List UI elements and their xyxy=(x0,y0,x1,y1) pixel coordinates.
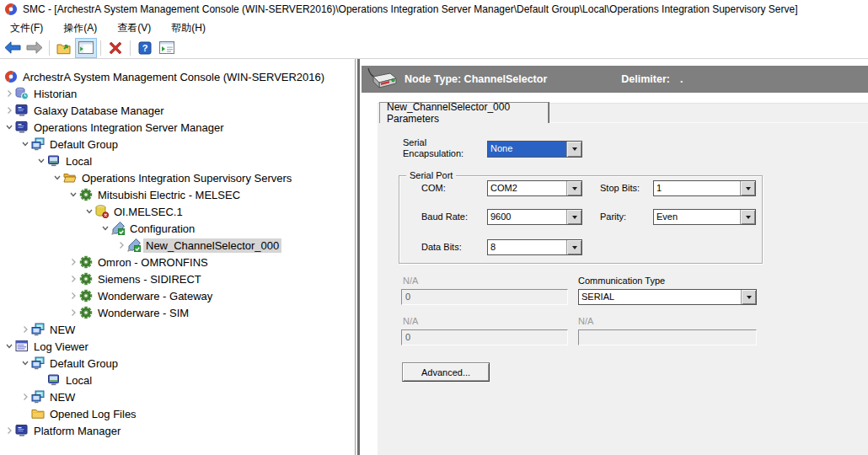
chevron-right-icon[interactable] xyxy=(67,308,78,317)
tree-item-label: Operations Integration Server Manager xyxy=(31,120,226,135)
delete-x-icon xyxy=(109,41,122,55)
communication-type-value: SERIAL xyxy=(579,290,741,304)
forward-button[interactable] xyxy=(24,38,46,58)
dropdown-arrow-icon[interactable] xyxy=(740,181,755,195)
advanced-button[interactable]: Advanced... xyxy=(402,362,490,382)
tree-item-label: New_ChannelSelector_000 xyxy=(143,238,281,253)
help-icon: ? xyxy=(138,41,152,55)
tree-item-new[interactable]: NEW xyxy=(0,388,355,405)
tree-item-platform-manager[interactable]: Platform Manager xyxy=(0,422,355,439)
delete-button[interactable] xyxy=(104,38,126,58)
chevron-right-icon[interactable] xyxy=(115,241,126,249)
chevron-down-icon[interactable] xyxy=(99,224,110,233)
na1-label: N/A xyxy=(403,276,418,286)
arrow-right-icon xyxy=(26,41,43,54)
config-check-icon xyxy=(127,238,141,252)
tree-item-label: Log Viewer xyxy=(31,340,91,354)
chevron-right-icon[interactable] xyxy=(19,393,30,401)
monitor-app-icon xyxy=(15,424,29,437)
dropdown-arrow-icon[interactable] xyxy=(566,181,581,195)
dropdown-arrow-icon[interactable] xyxy=(566,240,581,254)
archestra-app-icon xyxy=(4,3,18,16)
tree-item-galaxy-database-manager[interactable]: Galaxy Database Manager xyxy=(0,102,355,119)
help-button[interactable]: ? xyxy=(134,38,156,58)
console-tree-icon xyxy=(78,41,94,54)
tree-item-label: Platform Manager xyxy=(31,424,123,438)
chevron-down-icon[interactable] xyxy=(67,190,78,199)
chevron-right-icon[interactable] xyxy=(3,106,14,115)
menu-item-1[interactable]: 操作(A) xyxy=(53,19,107,38)
tree-item-omron-omronfins[interactable]: Omron - OMRONFINS xyxy=(0,254,355,270)
svg-text:?: ? xyxy=(142,43,148,53)
chevron-right-icon[interactable] xyxy=(67,258,78,266)
chevron-down-icon[interactable] xyxy=(3,123,14,131)
stop-bits-value: 1 xyxy=(654,181,740,195)
tree-item-archestra-system-management-console-win-server2016[interactable]: ArchestrA System Management Console (WIN… xyxy=(0,68,355,85)
tree-item-label: NEW xyxy=(47,390,78,404)
panel-splitter[interactable] xyxy=(355,59,362,455)
new-window-button[interactable] xyxy=(156,38,178,58)
tree-item-operations-integration-server-manager[interactable]: Operations Integration Server Manager xyxy=(0,119,355,136)
tab-parameters[interactable]: New_ChannelSelector_000 Parameters xyxy=(379,102,549,123)
tree-item-wonderware-sim[interactable]: Wonderware - SIM xyxy=(0,304,355,321)
tree-item-opened-log-files[interactable]: Opened Log Files xyxy=(0,405,355,422)
tree-item-wonderware-gateway[interactable]: Wonderware - Gateway xyxy=(0,287,355,304)
tree-item-local[interactable]: Local xyxy=(0,372,355,388)
chevron-down-icon[interactable] xyxy=(51,174,62,182)
delimiter-value: . xyxy=(680,73,683,85)
tab-parameters-label: New_ChannelSelector_000 Parameters xyxy=(387,101,548,125)
tree-item-default-group[interactable]: Default Group xyxy=(0,355,355,372)
tree-item-historian[interactable]: Historian xyxy=(0,85,355,102)
chevron-right-icon[interactable] xyxy=(3,89,14,98)
chevron-down-icon[interactable] xyxy=(19,140,30,148)
tree-item-default-group[interactable]: Default Group xyxy=(0,136,355,153)
data-bits-combobox[interactable]: 8 xyxy=(487,239,582,255)
menu-item-0[interactable]: 文件(F) xyxy=(0,19,53,38)
export-button[interactable] xyxy=(53,38,75,58)
tree-item-new[interactable]: NEW xyxy=(0,321,355,338)
dropdown-arrow-icon[interactable] xyxy=(741,290,756,304)
gear-icon xyxy=(79,306,93,319)
parity-combobox[interactable]: Even xyxy=(653,209,756,225)
tree-item-log-viewer[interactable]: Log Viewer xyxy=(0,338,355,355)
menu-item-3[interactable]: 帮助(H) xyxy=(161,19,216,38)
chevron-right-icon[interactable] xyxy=(67,275,78,283)
tree-item-mitsubishi-electric-melsec[interactable]: Mitsubishi Electric - MELSEC xyxy=(0,186,355,203)
tree-item-oi-melsec-1[interactable]: OI.MELSEC.1 xyxy=(0,203,355,220)
chevron-right-icon[interactable] xyxy=(19,325,30,334)
dropdown-arrow-icon[interactable] xyxy=(740,210,755,224)
tree-item-configuration[interactable]: Configuration xyxy=(0,220,355,237)
toolbar: ? xyxy=(0,37,868,59)
titlebar: SMC - [ArchestrA System Management Conso… xyxy=(0,0,868,19)
com-combobox[interactable]: COM2 xyxy=(487,180,582,196)
tree-item-label: Opened Log Files xyxy=(47,407,139,421)
communication-type-combobox[interactable]: SERIAL xyxy=(578,289,757,305)
config-check-icon xyxy=(111,222,125,235)
chevron-down-icon[interactable] xyxy=(19,359,30,367)
folder-icon xyxy=(31,407,45,420)
baud-rate-combobox[interactable]: 9600 xyxy=(487,209,582,225)
chevron-down-icon[interactable] xyxy=(83,207,94,216)
console-tree-toggle-button[interactable] xyxy=(75,38,97,58)
serial-port-group-title: Serial Port xyxy=(406,170,456,180)
serial-encapsulation-combobox[interactable]: None xyxy=(487,141,582,158)
chevron-right-icon[interactable] xyxy=(67,292,78,300)
gear-icon xyxy=(79,188,93,201)
parity-label: Parity: xyxy=(600,211,626,222)
tree-item-local[interactable]: Local xyxy=(0,153,355,169)
menu-item-2[interactable]: 查看(V) xyxy=(107,19,161,38)
monitor-app-icon xyxy=(15,120,29,134)
dropdown-arrow-icon[interactable] xyxy=(566,142,581,157)
back-button[interactable] xyxy=(2,38,24,58)
tree-item-operations-integration-supervisory-servers[interactable]: Operations Integration Supervisory Serve… xyxy=(0,169,355,186)
tree-item-label: Wonderware - Gateway xyxy=(95,289,215,303)
chevron-down-icon[interactable] xyxy=(35,157,46,165)
tree-item-new-channelselector-000[interactable]: New_ChannelSelector_000 xyxy=(0,237,355,254)
menubar: 文件(F)操作(A)查看(V)帮助(H) xyxy=(0,19,868,37)
chevron-down-icon[interactable] xyxy=(3,342,14,351)
stop-bits-combobox[interactable]: 1 xyxy=(653,180,756,196)
monitor-app-icon xyxy=(15,104,29,117)
dropdown-arrow-icon[interactable] xyxy=(566,210,581,224)
chevron-right-icon[interactable] xyxy=(3,426,14,435)
tree-item-siemens-sidirect[interactable]: Siemens - SIDIRECT xyxy=(0,270,355,287)
